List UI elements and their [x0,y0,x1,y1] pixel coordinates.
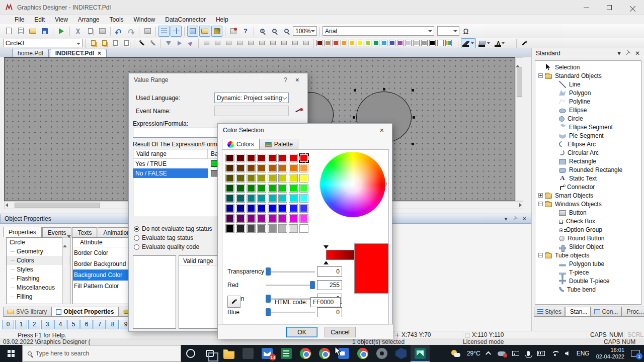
wheel-selector[interactable] [382,182,387,186]
color-grid-cell[interactable] [289,164,298,172]
tree-expander-icon[interactable] [552,287,557,292]
tree-expander-icon[interactable] [552,270,557,275]
align-left-icon[interactable] [201,39,211,48]
same-height-icon[interactable] [290,39,300,48]
color-grid-cell[interactable] [236,194,245,203]
evaluate-radio[interactable]: Evaluate tag status [134,233,212,242]
ungroup-icon[interactable] [99,39,109,48]
evaluate-radio[interactable]: Do not evaluate tag status [134,224,212,233]
object-tree-item[interactable]: Check Box [535,217,641,225]
object-tree-item[interactable]: Ellipse Segment [535,123,641,131]
same-size-icon[interactable] [301,39,311,48]
tree-expander-icon[interactable] [538,65,543,69]
color-grid-cell[interactable] [225,204,234,213]
color-grid-cell[interactable] [289,204,298,213]
object-tree-item[interactable]: Polyline [535,97,641,106]
context-help-icon[interactable]: ? [240,26,251,37]
tree-expander-icon[interactable] [552,116,557,121]
color-grid-cell[interactable] [278,194,287,203]
property-tree-item[interactable]: Styles [7,265,70,274]
color-grid-cell[interactable] [236,204,245,213]
dock-tab[interactable]: SVG library [3,307,51,317]
palette-swatch[interactable] [365,40,371,46]
tree-expander-icon[interactable] [552,244,557,249]
tree-expander-icon[interactable] [538,193,543,198]
center-vertical-icon[interactable] [257,39,267,48]
object-tree-item[interactable]: Button [535,208,641,217]
font-size-combo[interactable] [437,26,459,36]
mirror-vertical-icon[interactable] [175,39,185,48]
color-grid-cell[interactable] [257,214,266,223]
line-color-button[interactable] [461,38,476,48]
property-tree-item[interactable]: Geometry [7,247,70,256]
attribute-row[interactable]: Background Color [73,269,129,281]
same-width-icon[interactable] [279,39,289,48]
color-grid-cell[interactable] [247,184,256,193]
object-tree-item[interactable]: Ellipse Arc [535,140,641,148]
color-grid-cell[interactable] [289,194,298,203]
sidebar-tab[interactable]: Stan... [565,307,591,317]
palette-swatch[interactable] [381,40,387,46]
attribute-row[interactable]: Border Color [73,247,129,258]
wincc-app-button[interactable] [411,345,430,362]
sidebar-tab[interactable]: Styles [534,307,565,317]
tree-expander-icon[interactable] [552,176,557,180]
color-dialog-close-button[interactable]: × [377,126,387,134]
attribute-row[interactable]: Border Background C [73,258,129,269]
color-grid-cell[interactable] [268,204,277,213]
color-grid-cell[interactable] [247,214,256,223]
menu-item[interactable]: Edit [30,16,49,24]
layer-button[interactable]: 3 [41,320,53,329]
property-tree-item[interactable]: Filling [7,292,70,301]
menu-item[interactable]: DataConnector [160,16,210,24]
palette-swatch[interactable] [421,40,428,46]
blue-value[interactable]: 0 [317,307,342,317]
fill-color-button[interactable] [477,38,492,48]
canvas-vertical-scrollbar[interactable] [515,57,523,201]
color-grid-cell[interactable] [247,224,256,233]
dynamic-dialog-icon[interactable] [295,107,303,114]
cut-icon[interactable] [72,26,84,37]
zoom-level-combo[interactable]: 100% [293,26,317,36]
gradient-marker-top[interactable] [324,245,329,249]
chrome-button-1[interactable] [296,345,315,362]
color-grid-cell[interactable] [299,194,308,203]
menu-item[interactable]: File [10,16,29,24]
dialog-help-button[interactable]: ? [279,76,292,83]
color-grid-cell[interactable] [289,154,298,162]
color-wheel[interactable] [320,152,385,217]
distribute-horizontal-icon[interactable] [268,39,278,48]
gradient-marker-bottom[interactable] [324,261,329,264]
palette-swatch[interactable] [316,40,323,46]
close-button[interactable] [621,0,644,15]
menu-item[interactable]: Arrange [73,16,104,24]
palette-swatch[interactable] [413,40,420,46]
rotate-icon[interactable] [186,39,196,48]
tree-expander-icon[interactable] [552,167,557,172]
tab-colors[interactable]: Colors [222,139,260,150]
palette-swatch[interactable] [325,40,331,46]
object-tree-item[interactable]: Polygon [535,88,641,97]
sidebar-tab[interactable]: Proc... [621,307,644,317]
group-icon[interactable] [88,39,98,48]
color-grid-cell[interactable] [278,184,287,193]
color-grid-cell[interactable] [236,184,245,193]
object-tree-item[interactable]: Line [535,80,641,88]
color-grid-cell[interactable] [289,174,298,183]
cancel-button[interactable]: Cancel [325,327,356,337]
ok-button[interactable]: OK [286,327,317,337]
color-grid-cell[interactable] [299,154,308,162]
color-grid-cell[interactable] [299,184,308,193]
color-grid-cell[interactable] [278,174,287,183]
tree-expander-icon[interactable] [538,73,543,78]
object-tree-item[interactable]: Tube bend [535,285,641,294]
tab-indirect-pdl[interactable]: INDIRECT.Pdl× [50,49,107,57]
grid-toggle-icon[interactable] [158,26,170,37]
tree-expander-icon[interactable] [552,133,557,138]
snap-toggle-icon[interactable] [171,26,182,37]
color-grid-cell[interactable] [278,214,287,223]
tree-expander-icon[interactable] [552,261,557,266]
menu-item[interactable]: Tools [105,16,128,24]
color-grid-cell[interactable] [247,204,256,213]
tree-expander-icon[interactable] [552,108,557,112]
